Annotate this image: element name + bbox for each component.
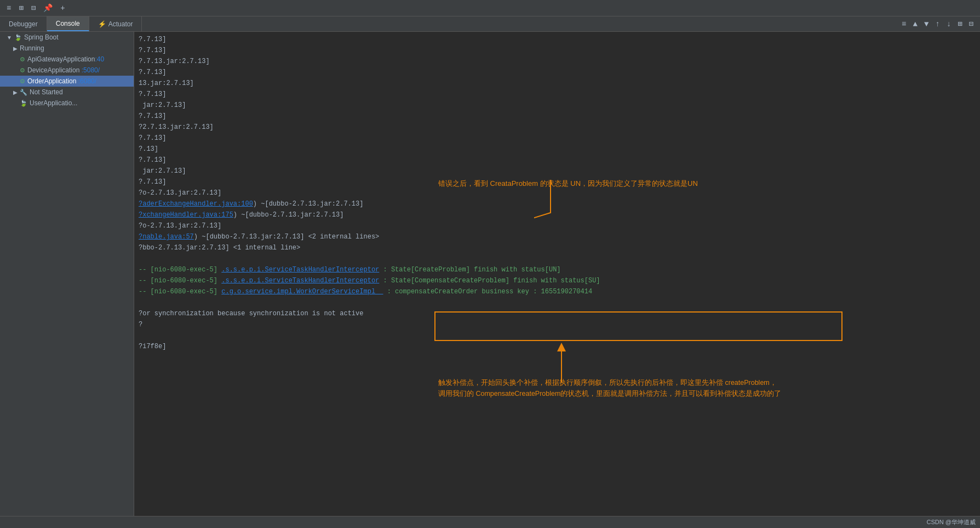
main-layout: ▼ 🍃 Spring Boot ▶ Running ⚙ ApiGatewayAp… (0, 32, 980, 516)
console-line-18: ?o-2.7.13.jar:2.7.13] (134, 220, 980, 231)
running-expand-icon: ▶ (13, 46, 18, 52)
api-gateway-icon: ⚙ (20, 56, 25, 63)
console-line-8: ?.7.13] (134, 111, 980, 122)
console-line-6: ?.7.13] (134, 89, 980, 100)
console-line-21 (134, 253, 980, 264)
annotation-2-line1: 触发补偿点，开始回头换个补偿，根据执行顺序倒叙，所以先执行的后补偿，即这里先补偿… (438, 377, 781, 388)
console-line-27: ? (134, 319, 980, 330)
tab-actuator-label: Actuator (108, 20, 133, 28)
sidebar-group-running[interactable]: ▶ Running (0, 43, 134, 54)
pin-icon[interactable]: 📌 (41, 2, 55, 14)
spring-boot-icon: 🍃 (14, 34, 22, 41)
console-line-10: ?.7.13] (134, 133, 980, 144)
exchange-handler-link-1[interactable]: ?aderExchangeHandler.java:100 (139, 200, 253, 208)
wrench-icon: 🔧 (20, 89, 27, 96)
sidebar: ▼ 🍃 Spring Boot ▶ Running ⚙ ApiGatewayAp… (0, 32, 134, 516)
tab-actions: ≡ ▲ ▼ ↑ ↓ ⊞ ⊟ (899, 18, 980, 30)
sidebar-item-order[interactable]: ⚙ OrderApplication :6080/ (0, 76, 134, 87)
options-icon[interactable]: ≡ (899, 19, 908, 30)
add-icon[interactable]: + (58, 3, 67, 14)
sidebar-item-device[interactable]: ⚙ DeviceApplication :5080/ (0, 65, 134, 76)
sidebar-group-running-label: Running (20, 44, 44, 52)
not-started-expand-icon: ▶ (13, 89, 18, 95)
sidebar-item-device-label: DeviceApplication :5080/ (27, 66, 100, 74)
tab-debugger-label: Debugger (9, 20, 38, 28)
console-line-19: ?nable.java:57) ~[dubbo-2.7.13.jar:2.7.1… (134, 231, 980, 242)
menu-icon[interactable]: ≡ (4, 3, 13, 14)
sidebar-group-not-started-label: Not Started (30, 88, 63, 96)
console-line-15: ?o-2.7.13.jar:2.7.13] (134, 188, 980, 198)
console-line-17: ?xchangeHandler.java:175) ~[dubbo-2.7.13… (134, 209, 980, 220)
expand-arrow-icon: ▼ (7, 35, 12, 41)
console-line-14: ?.7.13] (134, 177, 980, 188)
console-line-22: -- [nio-6080-exec-5] .s.s.e.p.i.ServiceT… (134, 264, 980, 275)
tab-debugger[interactable]: Debugger (0, 16, 47, 31)
sidebar-item-order-label: OrderApplication :6080/ (27, 77, 96, 85)
runnable-link[interactable]: ?nable.java:57 (139, 233, 194, 241)
console-line-28 (134, 330, 980, 341)
scroll-down-icon[interactable]: ▼ (922, 19, 931, 30)
console-area[interactable]: ?.7.13] ?.7.13] ?.7.13.jar:2.7.13] ?.7.1… (134, 32, 980, 516)
console-line-20: ?bbo-2.7.13.jar:2.7.13] <1 internal line… (134, 242, 980, 253)
console-line-13: jar:2.7.13] (134, 166, 980, 177)
sidebar-item-user[interactable]: 🍃 UserApplicatio... (0, 98, 134, 109)
console-line-23: -- [nio-6080-exec-5] .s.s.e.p.i.ServiceT… (134, 275, 980, 286)
console-line-24: -- [nio-6080-exec-5] c.g.o.service.impl.… (134, 286, 980, 297)
console-line-9: ?2.7.13.jar:2.7.13] (134, 122, 980, 133)
filter-icon[interactable]: ⊟ (29, 2, 38, 14)
sidebar-root-label: Spring Boot (24, 33, 59, 41)
bottom-bar: CSDN @华坤道威 (0, 516, 980, 528)
tab-bar: Debugger Console ⚡ Actuator ≡ ▲ ▼ ↑ ↓ ⊞ … (0, 16, 980, 32)
service-interceptor-link-1[interactable]: .s.s.e.p.i.ServiceTaskHandlerInterceptor (221, 266, 379, 274)
scroll-up-icon[interactable]: ▲ (911, 19, 920, 30)
console-line-26: ?or synchronization because synchronizat… (134, 308, 980, 319)
bottom-bar-credit: CSDN @华坤道威 (927, 518, 976, 526)
sidebar-group-not-started[interactable]: ▶ 🔧 Not Started (0, 87, 134, 98)
exchange-handler-link-2[interactable]: ?xchangeHandler.java:175 (139, 211, 233, 219)
actuator-icon: ⚡ (98, 20, 106, 28)
console-line-5: 13.jar:2.7.13] (134, 78, 980, 89)
service-interceptor-link-2[interactable]: .s.s.e.p.i.ServiceTaskHandlerInterceptor (221, 277, 379, 285)
console-line-12: ?.7.13] (134, 155, 980, 166)
sidebar-root[interactable]: ▼ 🍃 Spring Boot (0, 32, 134, 43)
expand-icon[interactable]: ⊞ (955, 18, 964, 30)
list-icon[interactable]: ⊞ (16, 2, 25, 14)
device-icon: ⚙ (20, 67, 25, 74)
console-line-29: ?i7f8e] (134, 341, 980, 352)
work-order-impl-link[interactable]: c.g.o.service.impl.WorkOrderServiceImpl (221, 288, 383, 296)
console-line-7: jar:2.7.13] (134, 100, 980, 111)
console-line-11: ?.13] (134, 144, 980, 155)
sidebar-item-api-gateway[interactable]: ⚙ ApiGatewayApplication:40 (0, 54, 134, 65)
tab-console[interactable]: Console (47, 16, 89, 31)
tab-actuator[interactable]: ⚡ Actuator (89, 16, 142, 31)
sidebar-item-user-label: UserApplicatio... (30, 99, 77, 107)
sidebar-item-api-gateway-label: ApiGatewayApplication:40 (27, 55, 104, 63)
move-up-icon[interactable]: ↑ (933, 19, 942, 30)
collapse-icon[interactable]: ⊟ (967, 18, 976, 30)
annotation-2: 触发补偿点，开始回头换个补偿，根据执行顺序倒叙，所以先执行的后补偿，即这里先补偿… (438, 377, 781, 399)
user-app-icon: 🍃 (20, 100, 27, 107)
console-line-3: ?.7.13.jar:2.7.13] (134, 56, 980, 67)
console-line-1: ?.7.13] (134, 34, 980, 45)
annotation-2-line2: 调用我们的 CompensateCreateProblem的状态机，里面就是调用… (438, 388, 781, 399)
console-line-4: ?.7.13] (134, 67, 980, 78)
move-down-icon[interactable]: ↓ (944, 19, 953, 30)
console-line-2: ?.7.13] (134, 45, 980, 56)
toolbar: ≡ ⊞ ⊟ 📌 + (0, 0, 980, 16)
tab-console-label: Console (56, 20, 80, 27)
order-icon: ⚙ (20, 78, 25, 85)
console-line-25 (134, 297, 980, 308)
console-line-16: ?aderExchangeHandler.java:100) ~[dubbo-2… (134, 198, 980, 209)
